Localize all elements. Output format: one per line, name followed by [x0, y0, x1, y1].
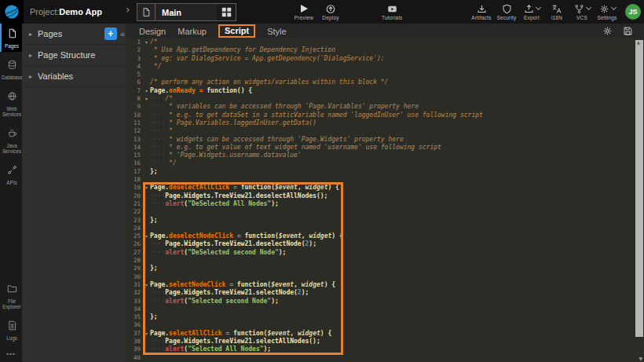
code-line[interactable]: 33····alert("Selected second Node");	[126, 298, 635, 305]
tab-markup[interactable]: Markup	[177, 27, 207, 36]
sidebar-item-databases[interactable]: Databases	[0, 55, 22, 83]
wavemaker-logo[interactable]	[0, 0, 24, 24]
code-line[interactable]: 2 * Use App.getDependency for Dependency…	[126, 46, 635, 54]
code-line[interactable]: 20····Page.Widgets.TreeView21.deselectAl…	[126, 192, 635, 200]
topbar-center-actions: PreviewDeployTutorials	[294, 0, 402, 24]
caret-right-icon[interactable]: ▸	[29, 31, 32, 38]
fold-toggle-icon[interactable]: ▾	[145, 95, 148, 103]
code-line[interactable]: 24	[126, 225, 635, 232]
code-text: ···· *	[148, 127, 173, 135]
fold-toggle-icon[interactable]: ▾	[145, 87, 148, 95]
fold-toggle-icon[interactable]: ▾	[145, 38, 148, 46]
save-icon[interactable]	[623, 26, 633, 36]
code-text: Page.onReady = function() {	[148, 87, 252, 95]
code-line[interactable]: 31▾Page.selectNodeClick = function($even…	[126, 281, 635, 289]
code-line[interactable]: 4 */	[126, 63, 635, 71]
fold-toggle-icon[interactable]: ▾	[145, 330, 148, 338]
pages-grid-icon[interactable]	[217, 4, 236, 20]
sidebar-item-pages[interactable]: Pages	[0, 24, 22, 52]
tab-design[interactable]: Design	[139, 27, 166, 36]
code-line[interactable]: 35};	[126, 313, 635, 321]
sidebar-item-web-services[interactable]: Web Services	[0, 86, 22, 120]
sidebar-item-file-explorer[interactable]: File Explorer	[0, 279, 22, 313]
sidebar-item-apis[interactable]: APIs	[0, 160, 22, 188]
code-line[interactable]: 13···· * widgets can be accessed through…	[126, 136, 635, 144]
globe-icon	[7, 90, 17, 104]
code-line[interactable]: 40	[126, 354, 635, 362]
code-line[interactable]: 25▾Page.deselectNodeClick = function($ev…	[126, 232, 635, 240]
code-line[interactable]: 28	[126, 257, 635, 265]
code-line[interactable]: 10···· * e.g. to get dataSet in a static…	[126, 112, 635, 119]
tab-style[interactable]: Style	[267, 27, 286, 36]
code-text: ····/*	[148, 95, 173, 103]
collapse-panel-icon[interactable]: «	[120, 29, 125, 38]
code-line[interactable]: 23};	[126, 217, 635, 225]
preview-button[interactable]: Preview	[294, 0, 314, 24]
code-line[interactable]: 38····Page.Widgets.TreeView21.selectAllN…	[126, 338, 635, 346]
artifacts-button[interactable]: Artifacts	[471, 0, 492, 24]
panel-section-page-structure[interactable]: ▸Page Structure	[22, 45, 126, 66]
code-line[interactable]: 8▾····/*	[126, 95, 635, 103]
pages-file-icon	[7, 27, 17, 42]
page-tab-main[interactable]: Main	[137, 3, 236, 21]
chevron-down-icon	[585, 5, 591, 10]
panel-section-variables[interactable]: ▸Variables	[22, 66, 126, 87]
code-line[interactable]: 7▾Page.onReady = function() {	[126, 87, 635, 95]
code-line[interactable]: 37▾Page.selectAllClick = function($event…	[126, 330, 635, 338]
tabstrip-actions	[602, 26, 644, 36]
i18n-button[interactable]: i18N	[547, 0, 567, 24]
user-avatar[interactable]: JS	[625, 4, 641, 20]
code-line[interactable]: 26····Page.Widgets.TreeView21.deselectNo…	[126, 240, 635, 248]
code-line[interactable]: 16···· */	[126, 159, 635, 167]
export-button[interactable]: Export	[521, 0, 542, 24]
code-text: * eg: var DialogService = App.getDepende…	[148, 55, 385, 63]
code-line[interactable]: 18	[126, 176, 635, 184]
security-button[interactable]: Security	[496, 0, 517, 24]
line-number: 20	[126, 192, 148, 200]
code-line[interactable]: 32····Page.Widgets.TreeView21.selectNode…	[126, 289, 635, 297]
more-options-icon[interactable]: •••	[0, 347, 22, 362]
code-line[interactable]: 1▾/*	[126, 38, 635, 46]
sidebar-item-logs[interactable]: Logs	[0, 316, 22, 344]
code-line[interactable]: 29};	[126, 265, 635, 272]
code-line[interactable]: 19▾Page.deselectAllClick = function($eve…	[126, 184, 635, 192]
code-line[interactable]: 27····alert("DeSelected second Node");	[126, 249, 635, 257]
code-line[interactable]: 21····alert("DeSelected All Nodes");	[126, 200, 635, 208]
code-text: ····alert("Selected second Node");	[148, 298, 279, 305]
fold-toggle-icon[interactable]: ▾	[145, 184, 148, 192]
code-line[interactable]: 5	[126, 71, 635, 79]
code-line[interactable]: 3 * eg: var DialogService = App.getDepen…	[126, 55, 635, 63]
code-line[interactable]: 39····alert("Selected All Nodes");	[126, 346, 635, 353]
deploy-button[interactable]: Deploy	[320, 0, 341, 24]
line-number: 36	[126, 321, 148, 329]
code-line[interactable]: 22	[126, 208, 635, 216]
code-line[interactable]: 11···· * Page.Variables.loggedInUser.get…	[126, 119, 635, 127]
scrollbar-thumb[interactable]: ▲	[635, 40, 643, 337]
caret-right-icon[interactable]: ▸	[29, 73, 32, 80]
code-line[interactable]: 17};	[126, 168, 635, 176]
fold-toggle-icon[interactable]: ▾	[145, 232, 148, 240]
code-line[interactable]: 36	[126, 321, 635, 329]
code-line[interactable]: 6/* perform any action on widgets/variab…	[126, 79, 635, 86]
panel-section-pages[interactable]: ▸Pages+«	[22, 24, 126, 45]
script-settings-gear-icon[interactable]	[602, 26, 613, 36]
add-page-button[interactable]: +	[104, 27, 117, 40]
chevron-right-icon[interactable]: ›	[126, 3, 130, 16]
fold-toggle-icon[interactable]: ▾	[145, 281, 148, 289]
vcs-button[interactable]: VCS	[572, 0, 592, 24]
scroll-down-icon[interactable]: ▼	[639, 356, 642, 361]
code-line[interactable]: 15···· * 'Page.Widgets.username.datavalu…	[126, 152, 635, 159]
caret-right-icon[interactable]: ▸	[29, 52, 32, 59]
code-line[interactable]: 14···· * e.g. to get value of text widge…	[126, 144, 635, 152]
code-line[interactable]: 12···· *	[126, 127, 635, 135]
tab-script[interactable]: Script	[218, 24, 255, 38]
settings-button[interactable]: Settings	[597, 0, 617, 24]
scroll-up-icon[interactable]: ▲	[637, 40, 640, 45]
script-editor[interactable]: 1▾/*2 * Use App.getDependency for Depend…	[126, 38, 635, 362]
sidebar-item-java-services[interactable]: Java Services	[0, 123, 22, 157]
code-line[interactable]: 9···· * variables can be accessed throug…	[126, 103, 635, 111]
tutorials-button[interactable]: Tutorials	[382, 0, 402, 24]
code-line[interactable]: 30	[126, 273, 635, 281]
code-line[interactable]: 34	[126, 305, 635, 313]
panel-section-label: Pages	[38, 29, 62, 38]
